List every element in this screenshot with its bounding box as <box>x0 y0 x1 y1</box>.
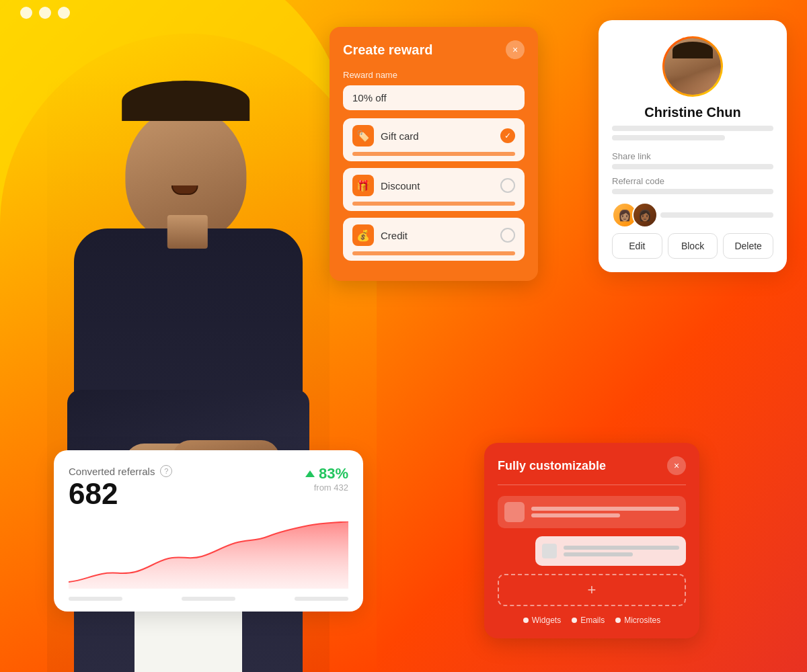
create-reward-card: Create reward × Reward name 🏷️ Gift card… <box>330 27 538 281</box>
gift-card-icon: 🏷️ <box>352 125 374 146</box>
close-button[interactable]: × <box>506 40 525 59</box>
stats-from: from 432 <box>305 482 348 493</box>
gift-card-option-left: 🏷️ Gift card <box>352 125 419 146</box>
footer-label-emails: Emails <box>572 616 605 625</box>
gift-card-option[interactable]: 🏷️ Gift card ✓ <box>343 118 525 161</box>
card-header: Create reward × <box>343 40 525 59</box>
browser-dot-2 <box>39 7 51 19</box>
widget-icon-sm <box>542 544 557 558</box>
footer-dot-1 <box>523 618 529 623</box>
credit-option[interactable]: 💰 Credit <box>343 218 525 261</box>
gift-card-check: ✓ <box>500 128 515 143</box>
customize-footer: Widgets Emails Microsites <box>498 616 686 625</box>
widget-mockup-2 <box>535 536 686 566</box>
discount-option-left: 🎁 Discount <box>352 175 420 196</box>
avatars-row: 👩🏽 👩🏾 <box>612 202 773 228</box>
widget-lines-2 <box>564 546 679 556</box>
delete-button[interactable]: Delete <box>723 233 773 259</box>
stats-number: 682 <box>69 477 172 511</box>
chart-svg <box>69 521 348 589</box>
credit-bar <box>352 251 515 255</box>
gift-card-label: Gift card <box>381 130 419 142</box>
credit-radio <box>500 228 515 243</box>
discount-label: Discount <box>381 180 420 192</box>
discount-radio <box>500 178 515 193</box>
credit-icon: 💰 <box>352 224 374 246</box>
reward-name-input[interactable] <box>343 85 525 110</box>
footer-dot-2 <box>572 618 577 623</box>
reward-name-label: Reward name <box>343 70 525 80</box>
footer-label-microsites: Microsites <box>615 616 660 625</box>
customize-card: Fully customizable × + Widgets <box>484 443 699 638</box>
widget-line-1 <box>531 507 679 511</box>
mini-avatar-2: 👩🏾 <box>632 202 658 228</box>
stats-title: Converted referrals <box>69 466 155 477</box>
footer-line-3 <box>295 597 348 601</box>
stats-right: 83% from 432 <box>305 465 348 493</box>
footer-line-2 <box>182 597 235 601</box>
profile-avatar-inner <box>664 38 721 95</box>
profile-name: Christine Chun <box>644 105 740 120</box>
browser-chrome <box>20 7 70 19</box>
footer-line-1 <box>69 597 122 601</box>
widget-line-3 <box>564 546 679 550</box>
share-link-bar <box>612 164 773 169</box>
widget-lines <box>531 507 679 517</box>
widget-icon <box>504 502 525 522</box>
customize-close-button[interactable]: × <box>667 456 686 475</box>
stats-title-row: Converted referrals ? <box>69 465 172 477</box>
customize-divider <box>498 485 686 485</box>
stats-help[interactable]: ? <box>160 465 172 477</box>
footer-dot-3 <box>615 618 621 623</box>
stats-card: Converted referrals ? 682 83% from 432 <box>54 450 363 612</box>
stats-percentage: 83% <box>305 465 348 482</box>
stats-footer <box>69 597 348 601</box>
widget-line-4 <box>564 552 633 556</box>
add-widget-box[interactable]: + <box>498 574 686 606</box>
profile-actions: Edit Block Delete <box>612 233 773 259</box>
referral-code-label: Referral code <box>612 176 664 186</box>
credit-option-left: 💰 Credit <box>352 224 408 246</box>
discount-icon: 🎁 <box>352 175 374 196</box>
customize-title: Fully customizable <box>498 459 606 473</box>
chart-container <box>69 521 348 589</box>
discount-option[interactable]: 🎁 Discount <box>343 168 525 211</box>
browser-dot-3 <box>58 7 70 19</box>
credit-label: Credit <box>381 230 408 241</box>
referral-code-bar <box>612 189 773 194</box>
discount-bar <box>352 202 515 206</box>
profile-avatar-container <box>662 36 723 97</box>
profile-avatar-ring <box>662 36 723 97</box>
profile-line-2 <box>612 135 725 140</box>
card-title: Create reward <box>343 42 432 58</box>
block-button[interactable]: Block <box>668 233 718 259</box>
profile-line-1 <box>612 126 773 131</box>
avatars-line <box>660 212 773 218</box>
stats-header: Converted referrals ? 682 83% from 432 <box>69 465 348 519</box>
customize-content: + <box>498 496 686 606</box>
arrow-up-icon <box>305 470 315 477</box>
widget-mockup-1 <box>498 496 686 528</box>
profile-card: Christine Chun Share link Referral code … <box>599 20 787 272</box>
footer-label-widgets: Widgets <box>523 616 561 625</box>
stats-left: Converted referrals ? 682 <box>69 465 172 519</box>
share-link-label: Share link <box>612 151 651 161</box>
browser-dot-1 <box>20 7 32 19</box>
widget-row-2-container <box>498 536 686 566</box>
widget-line-2 <box>531 513 620 517</box>
gift-card-bar <box>352 152 515 156</box>
customize-header: Fully customizable × <box>498 456 686 475</box>
edit-button[interactable]: Edit <box>612 233 662 259</box>
